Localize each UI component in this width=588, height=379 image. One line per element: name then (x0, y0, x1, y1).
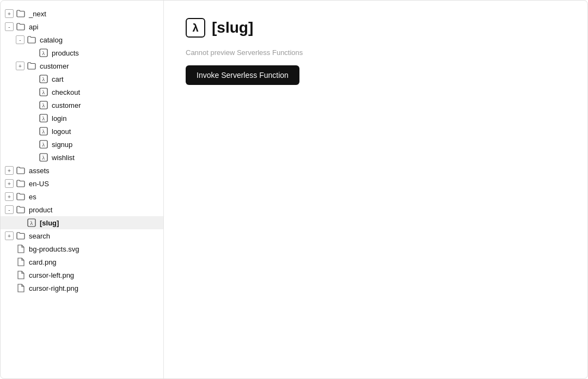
toggle-customer-folder[interactable]: + (16, 62, 24, 70)
tree-item-product[interactable]: - product (1, 203, 163, 216)
page-title: λ [slug] (186, 18, 566, 38)
item-label-login: login (52, 114, 66, 123)
toggle-es[interactable]: + (5, 192, 14, 201)
toggle-placeholder (28, 88, 36, 96)
item-label-products: products (52, 49, 79, 57)
item-label-checkout: checkout (52, 88, 80, 96)
toggle-placeholder (5, 258, 14, 266)
item-label-cursor-right: cursor-right.png (29, 284, 78, 292)
lambda-icon: λ (39, 48, 48, 58)
item-label-search: search (29, 232, 50, 240)
item-label-wishlist: wishlist (52, 154, 75, 162)
tree-item-slug[interactable]: λ [slug] (1, 216, 163, 229)
file-icon (16, 270, 26, 280)
toggle-catalog[interactable]: - (16, 35, 24, 44)
toggle-placeholder (28, 153, 36, 162)
tree-item-es[interactable]: + es (1, 190, 163, 203)
toggle-assets[interactable]: + (5, 166, 14, 175)
folder-icon (16, 205, 26, 215)
toggle-placeholder (28, 114, 36, 123)
svg-text:λ: λ (42, 129, 45, 135)
item-label-bg-products: bg-products.svg (29, 245, 79, 253)
tree-item-cursor-left[interactable]: cursor-left.png (1, 268, 163, 282)
folder-icon (16, 231, 26, 241)
lambda-icon: λ (39, 87, 48, 97)
svg-text:λ: λ (42, 142, 45, 148)
tree-item-customer[interactable]: λ customer (1, 99, 163, 112)
file-icon (16, 283, 26, 293)
lambda-icon: λ (39, 113, 48, 123)
tree-item-card[interactable]: card.png (1, 255, 163, 268)
item-label-product: product (29, 206, 52, 214)
tree-item-catalog[interactable]: - catalog (1, 33, 163, 46)
item-label-en-US: en-US (29, 180, 49, 188)
item-label-cart: cart (52, 75, 64, 83)
item-label-api: api (29, 23, 38, 31)
file-tree-panel: + _next- api- catalog λ products+ custom… (1, 1, 164, 378)
lambda-icon: λ (39, 139, 48, 149)
subtitle-text: Cannot preview Serverless Functions (186, 48, 566, 57)
toggle-api[interactable]: - (5, 22, 14, 31)
toggle-placeholder (28, 127, 36, 136)
title-lambda-icon: λ (186, 18, 205, 38)
item-label-slug: [slug] (40, 219, 59, 227)
folder-icon (16, 192, 26, 201)
tree-item-logout[interactable]: λ logout (1, 125, 163, 138)
tree-item-api[interactable]: - api (1, 20, 163, 33)
folder-icon (27, 35, 36, 45)
item-label-customer: customer (52, 101, 81, 109)
svg-text:λ: λ (42, 50, 45, 56)
toggle-placeholder (5, 244, 14, 253)
folder-icon (16, 166, 26, 175)
toggle-placeholder (16, 218, 24, 227)
tree-item-cart[interactable]: λ cart (1, 72, 163, 85)
svg-text:λ: λ (42, 89, 45, 95)
tree-item-assets[interactable]: + assets (1, 164, 163, 177)
invoke-serverless-button[interactable]: Invoke Serverless Function (186, 65, 299, 85)
tree-item-login[interactable]: λ login (1, 112, 163, 125)
toggle-placeholder (28, 48, 36, 57)
toggle-placeholder (28, 101, 36, 109)
file-icon (16, 257, 26, 267)
item-label-next: _next (29, 10, 46, 18)
tree-item-checkout[interactable]: λ checkout (1, 85, 163, 99)
item-label-logout: logout (52, 127, 71, 136)
item-label-cursor-left: cursor-left.png (29, 271, 74, 279)
item-label-card: card.png (29, 258, 57, 266)
file-icon (16, 244, 26, 254)
tree-item-bg-products[interactable]: bg-products.svg (1, 242, 163, 255)
tree-item-signup[interactable]: λ signup (1, 138, 163, 151)
tree-item-products[interactable]: λ products (1, 46, 163, 59)
toggle-placeholder (5, 284, 14, 292)
lambda-icon: λ (39, 152, 48, 162)
toggle-search[interactable]: + (5, 231, 14, 240)
preview-panel: λ [slug] Cannot preview Serverless Funct… (164, 1, 587, 378)
toggle-product[interactable]: - (5, 205, 14, 214)
item-label-assets: assets (29, 167, 50, 175)
toggle-next[interactable]: + (5, 9, 14, 18)
tree-item-cursor-right[interactable]: cursor-right.png (1, 282, 163, 295)
svg-text:λ: λ (42, 76, 45, 82)
lambda-icon: λ (39, 126, 48, 136)
svg-text:λ: λ (30, 220, 33, 226)
tree-item-customer-folder[interactable]: + customer (1, 59, 163, 72)
tree-item-search[interactable]: + search (1, 229, 163, 242)
tree-item-wishlist[interactable]: λ wishlist (1, 151, 163, 164)
item-label-catalog: catalog (40, 36, 63, 44)
toggle-en-US[interactable]: + (5, 179, 14, 188)
tree-item-next[interactable]: + _next (1, 7, 163, 20)
item-label-es: es (29, 193, 36, 201)
toggle-placeholder (5, 271, 14, 279)
tree-item-en-US[interactable]: + en-US (1, 177, 163, 190)
svg-text:λ: λ (42, 155, 45, 161)
folder-icon (16, 22, 26, 32)
folder-icon (27, 61, 36, 71)
folder-icon (16, 9, 26, 19)
item-label-customer-folder: customer (40, 62, 69, 70)
lambda-icon: λ (27, 218, 36, 228)
svg-text:λ: λ (42, 102, 45, 108)
lambda-icon: λ (39, 100, 48, 110)
toggle-placeholder (28, 75, 36, 83)
lambda-icon: λ (39, 74, 48, 84)
folder-icon (16, 179, 26, 188)
